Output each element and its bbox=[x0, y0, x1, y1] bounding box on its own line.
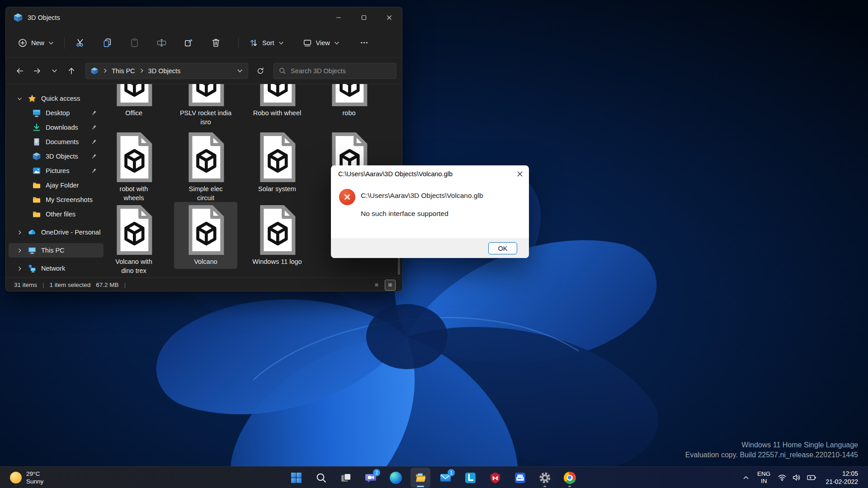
plus-circle-icon bbox=[18, 38, 28, 48]
language-indicator[interactable]: ENG IN bbox=[757, 470, 770, 485]
toolbar-divider bbox=[64, 37, 65, 49]
sun-icon bbox=[10, 472, 22, 483]
3d-file-icon bbox=[114, 132, 153, 183]
paste-button[interactable] bbox=[124, 34, 144, 52]
file-item-office[interactable]: Office bbox=[106, 84, 165, 120]
sidebar-item-label: Downloads bbox=[46, 124, 78, 131]
refresh-button[interactable] bbox=[252, 63, 269, 79]
network-icon bbox=[28, 264, 37, 273]
forward-button[interactable] bbox=[28, 63, 46, 79]
3d-file-icon bbox=[114, 205, 153, 255]
chevron-down-icon bbox=[278, 40, 284, 46]
thispc-icon bbox=[28, 246, 37, 255]
address-dropdown-icon[interactable] bbox=[236, 67, 243, 74]
taskbar-search-button[interactable] bbox=[311, 468, 331, 488]
file-item-simple-elec[interactable]: Simple eleccircuit bbox=[174, 129, 237, 205]
3d-file-icon bbox=[258, 205, 297, 255]
file-item-robo-with-wheel[interactable]: Robo with wheel bbox=[245, 84, 309, 120]
sidebar-item-pictures[interactable]: Pictures bbox=[9, 164, 104, 178]
file-item-volcano[interactable]: Volcano bbox=[174, 202, 237, 269]
back-button[interactable] bbox=[11, 63, 28, 79]
taskbar-mcafee-button[interactable] bbox=[485, 468, 505, 488]
file-item-windows-11-logo[interactable]: Windows 11 logo bbox=[245, 202, 309, 269]
pin-glyph bbox=[90, 153, 97, 160]
close-button[interactable] bbox=[377, 7, 402, 28]
file-item-volcano-with[interactable]: Volcano withdino trex bbox=[106, 202, 165, 277]
scrollbar-thumb[interactable] bbox=[398, 256, 400, 275]
taskbar-l-app-button[interactable] bbox=[460, 468, 480, 488]
hidden-icons-button[interactable] bbox=[739, 471, 753, 484]
chevron-right-icon[interactable] bbox=[17, 266, 23, 272]
taskbar-chat-button[interactable]: 2 bbox=[361, 468, 381, 488]
sidebar-item-this-pc[interactable]: This PC bbox=[9, 243, 104, 258]
sort-button[interactable]: Sort bbox=[244, 34, 289, 52]
chevron-right-icon[interactable] bbox=[17, 248, 23, 253]
sidebar-item-other-files[interactable]: Other files bbox=[9, 207, 104, 221]
breadcrumb-this-pc[interactable]: This PC bbox=[112, 67, 135, 75]
file-item-robot-with[interactable]: robot withwheels bbox=[106, 129, 165, 205]
taskbar-chrome-button[interactable] bbox=[560, 468, 580, 488]
up-button[interactable] bbox=[63, 63, 80, 79]
chevron-right-icon[interactable] bbox=[17, 230, 23, 235]
clock[interactable]: 12:05 21-02-2022 bbox=[826, 469, 858, 486]
sidebar-item-my-screenshots[interactable]: My Screenshots bbox=[9, 192, 104, 207]
delete-button[interactable] bbox=[206, 34, 226, 52]
dialog-close-button[interactable] bbox=[511, 165, 529, 183]
sidebar-item-downloads[interactable]: Downloads bbox=[9, 120, 104, 135]
sidebar-item-onedrive-personal[interactable]: OneDrive - Personal bbox=[9, 225, 104, 239]
volume-button[interactable] bbox=[789, 470, 804, 485]
taskbar-edge-button[interactable] bbox=[386, 468, 406, 488]
sidebar-item-3d-objects[interactable]: 3D Objects bbox=[9, 149, 104, 164]
taskbar-settings-button[interactable] bbox=[535, 468, 555, 488]
file-label: Office bbox=[106, 108, 165, 120]
chevron-glyph bbox=[17, 96, 23, 102]
maximize-button[interactable] bbox=[351, 7, 377, 28]
language-line2: IN bbox=[757, 478, 770, 485]
file-item-pslv-rocket-india[interactable]: PSLV rocket indiaisro bbox=[174, 84, 237, 129]
search-input[interactable] bbox=[290, 67, 392, 75]
rename-button[interactable] bbox=[151, 34, 171, 52]
ok-button[interactable]: OK bbox=[488, 242, 517, 254]
details-view-toggle[interactable] bbox=[371, 280, 382, 291]
cut-button[interactable] bbox=[70, 34, 90, 52]
selection-count: 1 item selected bbox=[50, 282, 91, 288]
taskbar-task-view-button[interactable] bbox=[336, 468, 356, 488]
running-indicator bbox=[543, 486, 546, 487]
sidebar-item-ajay-folder[interactable]: Ajay Folder bbox=[9, 178, 104, 192]
new-button[interactable]: New bbox=[13, 34, 59, 52]
file-label-line: Robo with wheel bbox=[245, 108, 309, 117]
breadcrumb-3d-objects[interactable]: 3D Objects bbox=[148, 67, 181, 75]
breadcrumb[interactable]: This PC 3D Objects bbox=[85, 63, 248, 79]
chevron-down-icon[interactable] bbox=[17, 96, 23, 102]
file-item-robo[interactable]: robo bbox=[317, 84, 381, 120]
dialog-title: C:\Users\Aarav\3D Objects\Volcano.glb bbox=[338, 170, 453, 178]
see-more-button[interactable] bbox=[354, 34, 374, 52]
sidebar-item-documents[interactable]: Documents bbox=[9, 135, 104, 149]
file-item-solar-system[interactable]: Solar system bbox=[245, 129, 309, 196]
wifi-button[interactable] bbox=[775, 470, 789, 485]
taskbar-scanner-button[interactable] bbox=[510, 468, 530, 488]
dialog-title-bar: C:\Users\Aarav\3D Objects\Volcano.glb bbox=[331, 165, 529, 183]
running-indicator bbox=[568, 486, 571, 487]
address-bar: This PC 3D Objects bbox=[6, 58, 402, 84]
minimize-button[interactable] bbox=[326, 7, 351, 28]
battery-button[interactable] bbox=[804, 470, 819, 485]
sidebar-item-network[interactable]: Network bbox=[9, 261, 104, 276]
pin-icon bbox=[90, 110, 97, 117]
taskbar: 29°C Sunny 21 ENG IN 12:05 21-02-2022 bbox=[0, 466, 868, 488]
recent-locations-button[interactable] bbox=[46, 63, 63, 79]
taskbar-mail-button[interactable]: 1 bbox=[435, 468, 455, 488]
folder-icon bbox=[32, 181, 41, 190]
share-button[interactable] bbox=[179, 34, 198, 52]
view-button[interactable]: View bbox=[298, 34, 344, 52]
chevron-down-icon bbox=[48, 40, 54, 46]
copy-button[interactable] bbox=[97, 34, 117, 52]
sidebar-item-quick-access[interactable]: Quick access bbox=[9, 91, 104, 106]
taskbar-start-button[interactable] bbox=[286, 468, 306, 488]
weather-widget[interactable]: 29°C Sunny bbox=[6, 467, 47, 488]
sidebar-item-desktop[interactable]: Desktop bbox=[9, 106, 104, 120]
pin-glyph bbox=[90, 139, 97, 145]
taskbar-file-explorer-button[interactable] bbox=[410, 468, 430, 488]
large-icons-view-toggle[interactable] bbox=[385, 280, 396, 291]
file-label: Volcano bbox=[174, 257, 237, 269]
